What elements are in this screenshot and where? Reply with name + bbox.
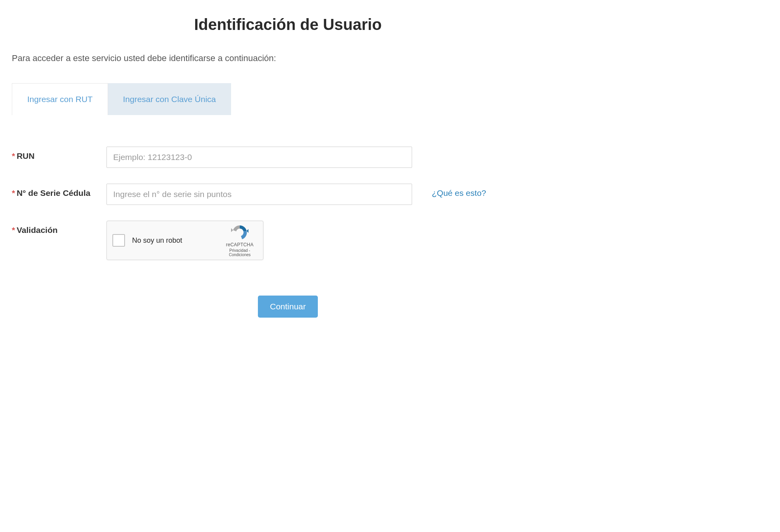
identification-form-container: Identificación de Usuario Para acceder a… [12, 16, 564, 318]
login-method-tabs: Ingresar con RUT Ingresar con Clave Únic… [12, 83, 564, 115]
required-asterisk: * [12, 188, 15, 197]
recaptcha-widget: No soy un robot reCAPTCHA Privacidad - C… [106, 221, 263, 260]
instruction-text: Para acceder a este servicio usted debe … [12, 53, 564, 63]
form-row-serie: *N° de Serie Cédula ¿Qué es esto? [12, 184, 564, 205]
run-input[interactable] [106, 147, 412, 168]
recaptcha-checkbox[interactable] [112, 234, 125, 247]
form-row-validacion: *Validación No soy un robot reCAPTCHA [12, 221, 564, 260]
recaptcha-label: No soy un robot [132, 236, 222, 245]
required-asterisk: * [12, 225, 15, 234]
svg-marker-1 [231, 228, 233, 232]
page-title: Identificación de Usuario [12, 16, 564, 33]
validacion-label-text: Validación [17, 225, 58, 234]
required-asterisk: * [12, 151, 15, 160]
serie-input[interactable] [106, 184, 412, 205]
recaptcha-privacy-link[interactable]: Privacidad [230, 248, 248, 253]
run-label: *RUN [12, 147, 106, 161]
recaptcha-links: Privacidad - Condiciones [222, 248, 258, 257]
tab-rut[interactable]: Ingresar con RUT [12, 83, 108, 115]
run-input-wrap [106, 147, 412, 168]
continue-button[interactable]: Continuar [258, 296, 317, 318]
form-row-run: *RUN [12, 147, 564, 168]
tab-clave-unica[interactable]: Ingresar con Clave Única [108, 83, 231, 115]
recaptcha-brand-text: reCAPTCHA [222, 242, 258, 247]
submit-row: Continuar [12, 296, 564, 318]
run-label-text: RUN [17, 151, 35, 160]
help-link-serie[interactable]: ¿Qué es esto? [432, 184, 486, 198]
serie-input-wrap [106, 184, 412, 205]
serie-label: *N° de Serie Cédula [12, 184, 106, 198]
recaptcha-branding: reCAPTCHA Privacidad - Condiciones [222, 224, 258, 257]
recaptcha-link-separator: - [248, 248, 250, 253]
serie-label-text: N° de Serie Cédula [17, 188, 90, 197]
svg-marker-0 [247, 229, 249, 233]
recaptcha-logo-icon [231, 224, 248, 241]
validacion-label: *Validación [12, 221, 106, 235]
recaptcha-terms-link[interactable]: Condiciones [229, 253, 250, 257]
